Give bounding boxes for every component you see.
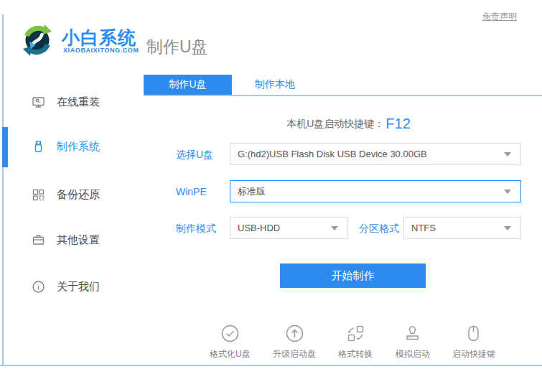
make-mode-label: 制作模式 — [176, 223, 216, 235]
tab-make-local[interactable]: 制作本地 — [232, 75, 318, 95]
partition-format-dropdown[interactable]: NTFS — [403, 217, 521, 239]
partition-format-value: NTFS — [411, 223, 436, 233]
toolbar-label: 格式转换 — [338, 348, 373, 360]
boot-hotkey-label: 本机U盘启动快捷键： — [286, 118, 384, 129]
sidebar-active-indicator — [2, 127, 8, 167]
winpe-dropdown[interactable]: 标准版 — [230, 180, 521, 202]
boot-hotkey-line: 本机U盘启动快捷键：F12 — [176, 116, 521, 132]
toolbar-upgrade-boot[interactable]: 升级启动盘 — [273, 324, 316, 360]
app-window: 小白系统 XIAOBAIXITONG.COM 制作U盘 免责声明 在线重装 制作… — [0, 0, 542, 392]
boot-hotkey-icon — [464, 324, 483, 343]
boot-hotkey-value: F12 — [386, 116, 410, 131]
info-icon — [32, 280, 45, 294]
toolbar-label: 格式化U盘 — [210, 348, 251, 360]
format-usb-icon — [220, 324, 240, 343]
disclaimer-link[interactable]: 免责声明 — [482, 11, 517, 23]
upgrade-boot-icon — [285, 324, 304, 343]
tab-make-usb[interactable]: 制作U盘 — [144, 75, 232, 95]
winpe-value: 标准版 — [238, 185, 266, 198]
brand-domain: XIAOBAIXITONG.COM — [63, 47, 139, 54]
usb-select-label: 选择U盘 — [176, 149, 213, 162]
partition-format-label: 分区格式 — [359, 223, 399, 235]
sidebar-item-other-settings[interactable]: 其他设置 — [32, 231, 125, 248]
usb-select-dropdown[interactable]: G:(hd2)USB Flash Disk USB Device 30.00GB — [230, 143, 521, 165]
toolbar-simulate-boot[interactable]: 模拟启动 — [396, 324, 430, 360]
toolbar-label: 启动快捷键 — [452, 348, 495, 360]
sidebar-item-label: 关于我们 — [57, 280, 100, 294]
toolbar-label: 模拟启动 — [396, 348, 430, 360]
winpe-label: WinPE — [176, 186, 207, 197]
toolbar-label: 升级启动盘 — [273, 348, 316, 360]
chevron-down-icon — [504, 226, 511, 230]
sidebar-item-label: 制作系统 — [57, 140, 100, 154]
simulate-boot-icon — [403, 324, 422, 343]
sidebar-item-make-system[interactable]: 制作系统 — [32, 138, 125, 155]
monitor-icon — [32, 95, 45, 109]
chevron-down-icon — [504, 190, 511, 194]
make-mode-value: USB-HDD — [238, 223, 280, 233]
bottom-toolbar: 格式化U盘 升级启动盘 格式 — [210, 324, 495, 360]
chevron-down-icon — [504, 152, 511, 157]
sidebar-item-backup-restore[interactable]: 备份还原 — [32, 186, 125, 203]
sidebar-item-label: 备份还原 — [57, 188, 100, 202]
format-convert-icon — [346, 324, 365, 343]
sidebar-item-about-us[interactable]: 关于我们 — [32, 278, 125, 295]
toolbar-boot-hotkey[interactable]: 启动快捷键 — [452, 324, 495, 360]
chevron-down-icon — [331, 226, 338, 230]
make-mode-dropdown[interactable]: USB-HDD — [230, 217, 348, 239]
briefcase-icon — [32, 233, 45, 247]
usb-drive-icon — [32, 140, 45, 154]
toolbar-format-usb[interactable]: 格式化U盘 — [210, 324, 251, 360]
sidebar-item-label: 在线重装 — [57, 95, 100, 109]
sidebar-item-label: 其他设置 — [57, 233, 100, 247]
tab-underline — [144, 95, 542, 96]
backup-grid-icon — [32, 188, 45, 202]
window-left-border — [2, 14, 4, 365]
start-make-button[interactable]: 开始制作 — [280, 263, 426, 288]
brand-logo-icon — [20, 23, 55, 57]
page-title: 制作U盘 — [146, 36, 208, 58]
toolbar-format-convert[interactable]: 格式转换 — [338, 324, 373, 360]
window-bottom-border — [0, 365, 542, 366]
usb-select-value: G:(hd2)USB Flash Disk USB Device 30.00GB — [238, 149, 427, 159]
sidebar-item-online-reinstall[interactable]: 在线重装 — [32, 93, 125, 111]
